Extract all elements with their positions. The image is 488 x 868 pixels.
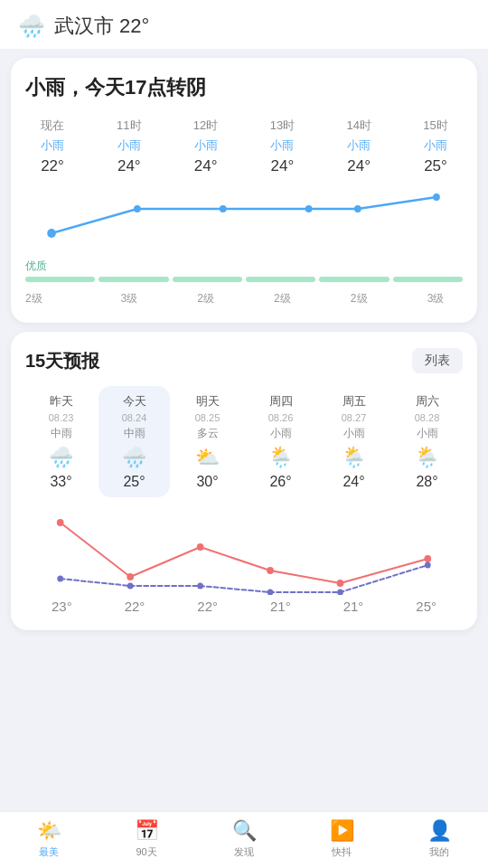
hour-label: 11时 [117, 118, 141, 134]
day-icon: 🌦️ [342, 446, 366, 469]
day-high: 28° [416, 474, 437, 490]
temp-chart [25, 179, 463, 251]
low-temp-row: 23°22°22°21°21°25° [25, 599, 463, 614]
day-item: 明天 08.25 多云 ⛅ 30° [172, 386, 243, 497]
day-icon: 🌧️ [49, 446, 73, 469]
hour-label: 13时 [270, 118, 295, 134]
trend-chart [25, 505, 463, 595]
day-condition: 中雨 [124, 426, 145, 441]
svg-point-13 [127, 583, 134, 590]
day-name: 周五 [343, 393, 366, 410]
low-temp-item: 21° [317, 599, 390, 614]
day-icon: 🌧️ [122, 446, 146, 469]
hour-condition: 小雨 [117, 137, 141, 154]
bottom-nav: 🌤️ 最美 📅 90天 🔍 发现 ▶️ 快抖 👤 我的 [0, 811, 488, 868]
day-name: 周六 [416, 393, 439, 410]
list-button[interactable]: 列表 [412, 348, 463, 373]
hour-item: 11时 小雨 24° [102, 118, 156, 175]
forecast-title: 15天预报 [25, 349, 99, 373]
hour-temp: 25° [424, 157, 447, 175]
nav-icon: 👤 [427, 819, 452, 843]
hour-temp: 24° [117, 157, 141, 175]
day-high: 25° [123, 474, 145, 490]
low-temp-item: 22° [171, 599, 244, 614]
section-header: 15天预报 列表 [25, 348, 463, 373]
nav-label: 最美 [39, 845, 59, 859]
aq-bars [25, 277, 463, 282]
svg-point-6 [57, 519, 64, 526]
hour-condition: 小雨 [347, 137, 371, 154]
hour-label: 12时 [193, 118, 218, 134]
nav-item-我的[interactable]: 👤 我的 [390, 819, 488, 859]
svg-point-16 [337, 590, 343, 596]
svg-point-9 [267, 567, 274, 574]
forecast-card: 15天预报 列表 昨天 08.23 中雨 🌧️ 33° 今天 08.24 中雨 … [11, 332, 477, 630]
hour-item: 13时 小雨 24° [255, 118, 309, 175]
nav-item-90天[interactable]: 📅 90天 [98, 819, 195, 859]
hour-temp: 22° [41, 157, 64, 175]
aq-bar [173, 277, 242, 282]
day-high: 24° [343, 474, 364, 490]
day-icon: 🌦️ [268, 446, 293, 469]
day-name: 明天 [196, 393, 220, 410]
low-temp-item: 21° [244, 599, 317, 614]
day-condition: 中雨 [51, 426, 72, 441]
nav-label: 发现 [234, 845, 254, 859]
aq-bar [393, 277, 463, 282]
svg-point-11 [424, 555, 431, 562]
svg-point-17 [425, 562, 431, 569]
svg-point-5 [433, 193, 440, 201]
svg-point-4 [354, 205, 361, 212]
wind-item: 2级 [255, 291, 309, 307]
day-icon: 🌦️ [415, 446, 439, 469]
day-icon: ⛅ [195, 446, 220, 469]
hour-item: 12时 小雨 24° [179, 118, 233, 175]
svg-point-8 [197, 543, 204, 551]
nav-icon: 🌤️ [37, 819, 61, 843]
svg-point-1 [134, 205, 141, 212]
aq-bar [246, 277, 315, 282]
svg-point-0 [47, 229, 56, 238]
day-date: 08.24 [122, 412, 147, 423]
nav-label: 我的 [429, 845, 449, 859]
day-high: 30° [196, 474, 218, 490]
day-date: 08.26 [268, 412, 294, 423]
hour-label: 15时 [423, 118, 447, 134]
hour-item: 现在 小雨 22° [25, 118, 80, 175]
nav-item-发现[interactable]: 🔍 发现 [195, 819, 293, 859]
svg-point-12 [57, 576, 63, 582]
weather-headline: 小雨，今天17点转阴 [25, 74, 463, 101]
day-item: 今天 08.24 中雨 🌧️ 25° [99, 386, 170, 497]
wind-item: 3级 [102, 291, 156, 307]
nav-icon: ▶️ [330, 819, 354, 843]
low-temp-item: 23° [25, 599, 99, 614]
hour-temp: 24° [271, 157, 295, 175]
day-condition: 多云 [197, 426, 219, 441]
day-condition: 小雨 [343, 426, 365, 441]
current-weather-card: 小雨，今天17点转阴 现在 小雨 22° 11时 小雨 24° 12时 小雨 2… [11, 58, 477, 323]
nav-item-快抖[interactable]: ▶️ 快抖 [293, 819, 390, 859]
day-item: 周五 08.27 小雨 🌦️ 24° [318, 386, 389, 497]
nav-label: 快抖 [332, 845, 352, 859]
city-title: 武汉市 22° [54, 13, 149, 40]
aq-bar [25, 277, 95, 282]
day-date: 08.27 [342, 412, 367, 423]
nav-item-最美[interactable]: 🌤️ 最美 [0, 819, 98, 859]
day-item: 昨天 08.23 中雨 🌧️ 33° [25, 386, 97, 497]
hour-label: 现在 [41, 118, 64, 134]
aq-bar [99, 277, 168, 282]
hour-item: 15时 小雨 25° [408, 118, 463, 175]
svg-point-2 [220, 205, 227, 212]
weather-icon: 🌧️ [18, 14, 45, 39]
day-name: 昨天 [50, 393, 73, 410]
day-name: 今天 [123, 393, 146, 410]
nav-label: 90天 [136, 845, 156, 859]
day-item: 周六 08.28 小雨 🌦️ 28° [391, 386, 463, 497]
aq-label: 优质 [25, 259, 463, 274]
aq-section: 优质 [25, 259, 463, 282]
days-row: 昨天 08.23 中雨 🌧️ 33° 今天 08.24 中雨 🌧️ 25° 明天… [25, 386, 463, 497]
low-temp-item: 22° [99, 599, 172, 614]
day-condition: 小雨 [270, 426, 292, 441]
svg-point-3 [305, 205, 313, 212]
svg-point-14 [197, 583, 203, 590]
